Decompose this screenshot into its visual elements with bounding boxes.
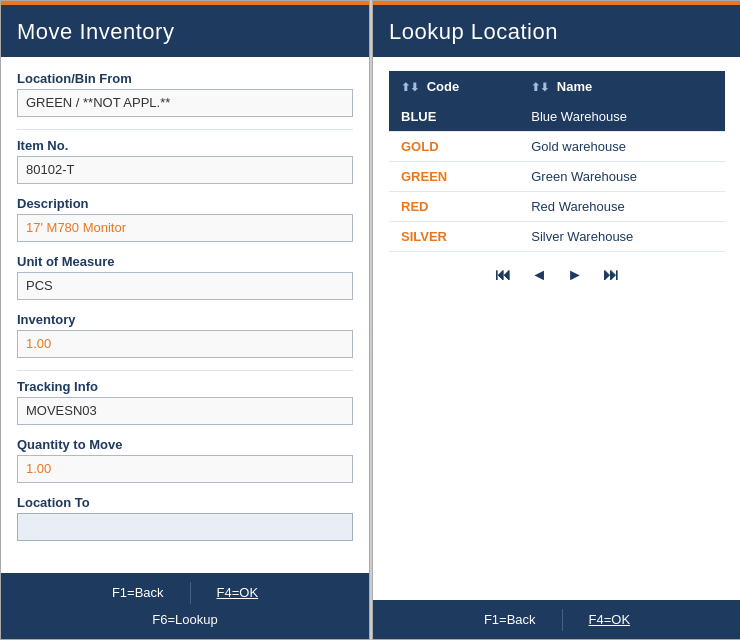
- first-page-button[interactable]: ⏮: [489, 264, 517, 286]
- table-row[interactable]: SILVERSilver Warehouse: [389, 222, 725, 252]
- inventory-value: 1.00: [17, 330, 353, 358]
- unit-of-measure-value: PCS: [17, 272, 353, 300]
- tracking-info-label: Tracking Info: [17, 379, 353, 394]
- item-no-value: 80102-T: [17, 156, 353, 184]
- quantity-to-move-label: Quantity to Move: [17, 437, 353, 452]
- sort-arrows-code: ⬆⬇: [401, 81, 419, 94]
- footer-divider: [190, 582, 191, 604]
- location-to-group: Location To: [17, 495, 353, 541]
- description-label: Description: [17, 196, 353, 211]
- right-footer-row: F1=Back F4=OK: [373, 608, 740, 631]
- inventory-group: Inventory 1.00: [17, 312, 353, 358]
- description-group: Description 17' M780 Monitor: [17, 196, 353, 242]
- right-footer-divider: [562, 609, 563, 631]
- f4-ok-button[interactable]: F4=OK: [207, 581, 269, 604]
- location-bin-from-value: GREEN / **NOT APPL.**: [17, 89, 353, 117]
- location-to-label: Location To: [17, 495, 353, 510]
- right-f4-ok-button[interactable]: F4=OK: [579, 608, 641, 631]
- name-cell: Silver Warehouse: [519, 222, 725, 252]
- name-cell: Gold warehouse: [519, 132, 725, 162]
- name-cell: Green Warehouse: [519, 162, 725, 192]
- lookup-location-panel: Lookup Location ⬆⬇ Code ⬆⬇ Name BLUEBlue…: [372, 0, 740, 640]
- table-header-row: ⬆⬇ Code ⬆⬇ Name: [389, 71, 725, 102]
- code-cell: RED: [389, 192, 519, 222]
- left-footer: F1=Back F4=OK F6=Lookup: [1, 573, 369, 639]
- panel-title-text: Move Inventory: [17, 19, 174, 44]
- location-bin-from-group: Location/Bin From GREEN / **NOT APPL.**: [17, 71, 353, 117]
- table-row[interactable]: GOLDGold warehouse: [389, 132, 725, 162]
- right-f1-back-button[interactable]: F1=Back: [474, 608, 546, 631]
- description-value: 17' M780 Monitor: [17, 214, 353, 242]
- col-code-label: Code: [427, 79, 460, 94]
- col-name-header: ⬆⬇ Name: [519, 71, 725, 102]
- name-cell: Red Warehouse: [519, 192, 725, 222]
- right-footer: F1=Back F4=OK: [373, 600, 740, 639]
- footer-row-1: F1=Back F4=OK: [1, 581, 369, 604]
- separator-2: [17, 370, 353, 371]
- f1-back-button[interactable]: F1=Back: [102, 581, 174, 604]
- tracking-info-value: MOVESN03: [17, 397, 353, 425]
- panel-title: Move Inventory: [1, 5, 369, 57]
- sort-arrows-name: ⬆⬇: [531, 81, 549, 94]
- quantity-to-move-value: 1.00: [17, 455, 353, 483]
- form-content: Location/Bin From GREEN / **NOT APPL.** …: [1, 57, 369, 573]
- item-no-label: Item No.: [17, 138, 353, 153]
- table-row[interactable]: REDRed Warehouse: [389, 192, 725, 222]
- location-to-input[interactable]: [17, 513, 353, 541]
- f6-lookup-button[interactable]: F6=Lookup: [142, 608, 227, 631]
- footer-row-2: F6=Lookup: [1, 608, 369, 631]
- col-code-header: ⬆⬇ Code: [389, 71, 519, 102]
- lookup-table-body: BLUEBlue WarehouseGOLDGold warehouseGREE…: [389, 102, 725, 252]
- lookup-panel-title-text: Lookup Location: [389, 19, 558, 44]
- next-page-button[interactable]: ►: [561, 264, 589, 286]
- item-no-group: Item No. 80102-T: [17, 138, 353, 184]
- move-inventory-panel: Move Inventory Location/Bin From GREEN /…: [0, 0, 370, 640]
- unit-of-measure-label: Unit of Measure: [17, 254, 353, 269]
- prev-page-button[interactable]: ◄: [525, 264, 553, 286]
- unit-of-measure-group: Unit of Measure PCS: [17, 254, 353, 300]
- table-row[interactable]: BLUEBlue Warehouse: [389, 102, 725, 132]
- location-bin-from-label: Location/Bin From: [17, 71, 353, 86]
- lookup-content: ⬆⬇ Code ⬆⬇ Name BLUEBlue WarehouseGOLDGo…: [373, 57, 740, 600]
- code-cell: GREEN: [389, 162, 519, 192]
- table-row[interactable]: GREENGreen Warehouse: [389, 162, 725, 192]
- lookup-table: ⬆⬇ Code ⬆⬇ Name BLUEBlue WarehouseGOLDGo…: [389, 71, 725, 252]
- name-cell: Blue Warehouse: [519, 102, 725, 132]
- lookup-panel-title: Lookup Location: [373, 5, 740, 57]
- pagination: ⏮ ◄ ► ⏭: [389, 252, 725, 290]
- tracking-info-group: Tracking Info MOVESN03: [17, 379, 353, 425]
- last-page-button[interactable]: ⏭: [597, 264, 625, 286]
- code-cell: GOLD: [389, 132, 519, 162]
- code-cell: SILVER: [389, 222, 519, 252]
- code-cell: BLUE: [389, 102, 519, 132]
- col-name-label: Name: [557, 79, 592, 94]
- quantity-to-move-group: Quantity to Move 1.00: [17, 437, 353, 483]
- inventory-label: Inventory: [17, 312, 353, 327]
- separator-1: [17, 129, 353, 130]
